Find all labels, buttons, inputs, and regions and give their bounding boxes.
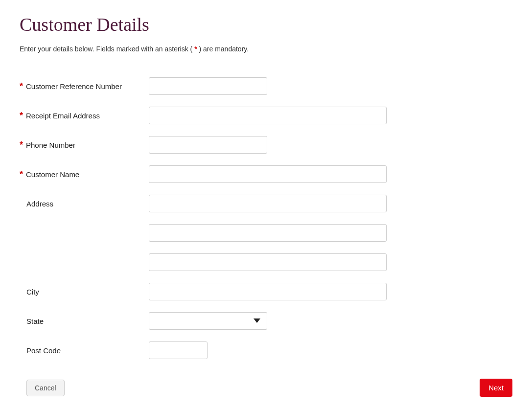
row-address1: Address xyxy=(20,195,512,212)
label-text-name: Customer Name xyxy=(26,170,79,179)
page-title: Customer Details xyxy=(20,14,512,35)
customer-ref-input[interactable] xyxy=(149,77,267,95)
name-input[interactable] xyxy=(149,165,387,183)
city-input[interactable] xyxy=(149,283,387,300)
label-city: City xyxy=(20,288,149,296)
label-customer-ref: * Customer Reference Number xyxy=(20,82,149,91)
row-phone: * Phone Number xyxy=(20,136,512,154)
row-address3 xyxy=(20,253,512,271)
row-city: City xyxy=(20,283,512,300)
row-state: State xyxy=(20,312,512,330)
mandatory-asterisk-icon: * xyxy=(194,45,197,53)
address3-input[interactable] xyxy=(149,253,387,271)
address1-input[interactable] xyxy=(149,195,387,212)
label-text-customer-ref: Customer Reference Number xyxy=(26,82,122,91)
label-name: * Customer Name xyxy=(20,170,149,179)
email-input[interactable] xyxy=(149,107,387,124)
intro-before: Enter your details below. Fields marked … xyxy=(20,45,192,53)
address2-input[interactable] xyxy=(149,224,387,242)
phone-input[interactable] xyxy=(149,136,267,154)
label-postcode: Post Code xyxy=(20,346,149,355)
button-row: Cancel Next xyxy=(20,379,512,397)
label-email: * Receipt Email Address xyxy=(20,111,149,120)
required-asterisk-icon: * xyxy=(20,140,23,149)
label-state: State xyxy=(20,317,149,325)
row-name: * Customer Name xyxy=(20,165,512,183)
postcode-input[interactable] xyxy=(149,341,208,359)
label-text-address: Address xyxy=(26,200,53,208)
intro-text: Enter your details below. Fields marked … xyxy=(20,45,512,53)
row-address2 xyxy=(20,224,512,242)
label-text-phone: Phone Number xyxy=(26,141,75,149)
row-email: * Receipt Email Address xyxy=(20,107,512,124)
label-address: Address xyxy=(20,200,149,208)
row-customer-ref: * Customer Reference Number xyxy=(20,77,512,95)
row-postcode: Post Code xyxy=(20,341,512,359)
required-asterisk-icon: * xyxy=(20,82,23,91)
state-select[interactable] xyxy=(149,312,267,330)
next-button[interactable]: Next xyxy=(480,379,512,397)
intro-after: ) are mandatory. xyxy=(199,45,249,53)
cancel-button[interactable]: Cancel xyxy=(26,380,65,396)
label-text-state: State xyxy=(26,317,44,325)
required-asterisk-icon: * xyxy=(20,111,23,120)
label-text-email: Receipt Email Address xyxy=(26,112,100,120)
label-text-city: City xyxy=(26,288,39,296)
label-text-postcode: Post Code xyxy=(26,346,61,355)
required-asterisk-icon: * xyxy=(20,170,23,179)
label-phone: * Phone Number xyxy=(20,140,149,149)
